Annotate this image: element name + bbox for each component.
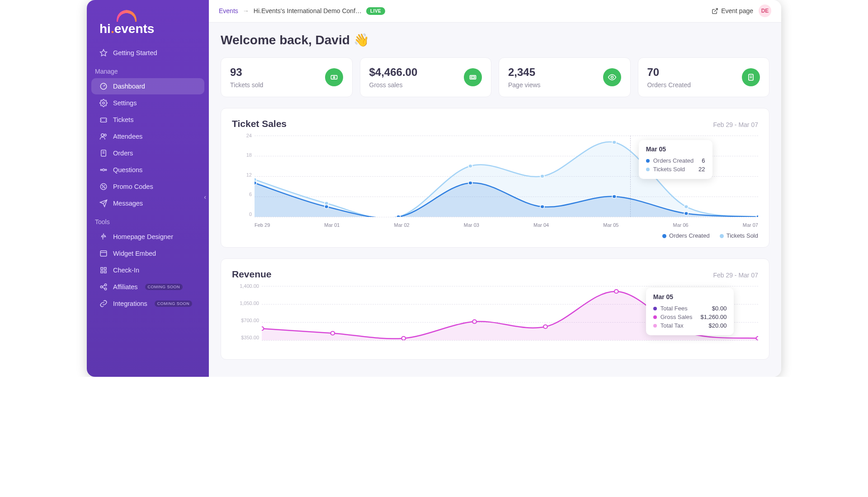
breadcrumb-root[interactable]: Events (219, 7, 238, 14)
chart-title: Ticket Sales (232, 118, 287, 129)
legend-item[interactable]: Orders Created (662, 232, 710, 239)
sidebar-item-widget-embed[interactable]: Widget Embed (91, 245, 204, 262)
paint-icon (99, 233, 108, 241)
sidebar-item-label: Questions (113, 166, 142, 173)
svg-point-28 (333, 76, 335, 78)
chart-title: Revenue (232, 269, 272, 280)
link-icon (99, 300, 108, 308)
sidebar-item-promo-codes[interactable]: Promo Codes (91, 178, 204, 195)
svg-point-40 (612, 141, 616, 144)
svg-line-26 (714, 9, 717, 12)
svg-point-58 (756, 336, 758, 340)
sidebar-item-questions[interactable]: Questions (91, 162, 204, 178)
stat-label: Tickets sold (230, 81, 263, 89)
sidebar-item-check-in[interactable]: Check-In (91, 262, 204, 278)
qr-icon (99, 266, 108, 274)
sidebar-item-label: Orders (113, 150, 133, 157)
users-icon (99, 132, 108, 141)
percent-icon (99, 183, 108, 191)
stat-value: $4,466.00 (369, 66, 418, 79)
sidebar-item-label: Homepage Designer (113, 233, 173, 240)
coming-soon-badge: COMING SOON (145, 284, 183, 290)
breadcrumb-sep-icon: → (243, 7, 249, 14)
event-page-label: Event page (721, 7, 753, 14)
legend-item[interactable]: Tickets Sold (720, 232, 758, 239)
chart-revenue: Revenue Feb 29 - Mar 07 1,400.001,050.00… (221, 258, 769, 360)
svg-point-41 (684, 205, 688, 208)
topbar: Events → Hi.Events's International Demo … (209, 0, 781, 23)
sidebar-item-attendees[interactable]: Attendees (91, 128, 204, 145)
chart-legend: Orders Created Tickets Sold (232, 232, 758, 239)
svg-point-51 (262, 327, 264, 330)
coming-soon-badge: COMING SOON (155, 300, 193, 307)
svg-point-8 (103, 169, 105, 171)
chart-ticket-sales: Ticket Sales Feb 29 - Mar 07 24181260 Fe… (221, 108, 769, 248)
svg-point-10 (105, 169, 107, 171)
svg-point-2 (103, 102, 105, 104)
tooltip-title: Mar 05 (653, 293, 727, 300)
sidebar-item-settings[interactable]: Settings (91, 95, 204, 111)
svg-point-49 (684, 211, 688, 215)
logo[interactable]: hi.events (87, 10, 209, 44)
sidebar-item-label: Attendees (113, 133, 142, 140)
tooltip-title: Mar 05 (646, 145, 705, 153)
svg-point-43 (255, 181, 256, 185)
svg-point-23 (104, 288, 107, 290)
stat-label: Orders Created (647, 81, 691, 89)
stat-value: 93 (230, 66, 263, 79)
sidebar-item-label: Getting Started (113, 49, 157, 56)
stat-value: 70 (647, 66, 691, 79)
stat-label: Gross sales (369, 81, 418, 89)
svg-point-38 (468, 164, 472, 168)
svg-point-3 (101, 134, 104, 136)
svg-point-53 (401, 336, 406, 340)
svg-line-25 (103, 287, 105, 289)
sidebar-item-homepage-designer[interactable]: Homepage Designer (91, 229, 204, 245)
chart-range: Feb 29 - Mar 07 (713, 121, 758, 128)
svg-point-48 (612, 195, 616, 198)
svg-line-24 (103, 285, 105, 286)
ticket-icon (325, 68, 343, 86)
receipt-icon (99, 149, 108, 157)
eye-icon (603, 68, 621, 86)
svg-rect-27 (331, 75, 337, 79)
sidebar-item-getting-started[interactable]: Getting Started (91, 45, 204, 61)
sidebar-item-dashboard[interactable]: Dashboard (91, 78, 204, 94)
sidebar-item-label: Widget Embed (113, 250, 156, 257)
collapse-sidebar-icon[interactable]: ‹ (204, 193, 206, 201)
external-link-icon (712, 8, 718, 14)
sidebar: hi.events Getting Started Manage Dashboa… (87, 0, 209, 377)
stat-card-page-views: 2,345 Page views (499, 57, 631, 97)
share-icon (99, 283, 108, 291)
stat-value: 2,345 (508, 66, 541, 79)
question-icon (99, 166, 108, 174)
svg-point-55 (543, 325, 547, 328)
svg-point-4 (104, 134, 107, 136)
ticket-icon (99, 116, 108, 124)
send-icon (99, 199, 108, 207)
status-badge: LIVE (366, 7, 385, 15)
sidebar-item-orders[interactable]: Orders (91, 145, 204, 161)
svg-point-47 (540, 205, 544, 208)
svg-point-31 (611, 76, 613, 78)
gear-icon (99, 99, 108, 107)
sidebar-item-label: Integrations (113, 300, 147, 307)
svg-point-14 (104, 188, 105, 188)
svg-point-52 (330, 331, 335, 335)
page-title: Welcome back, David 👋 (221, 33, 769, 47)
svg-marker-0 (100, 50, 107, 56)
svg-point-22 (104, 284, 107, 286)
sidebar-item-label: Check-In (113, 267, 139, 274)
gauge-icon (99, 82, 108, 90)
breadcrumb-current[interactable]: Hi.Events's International Demo Conf… (254, 7, 362, 14)
sidebar-item-affiliates[interactable]: Affiliates COMING SOON (91, 279, 204, 295)
stat-row: 93 Tickets sold $4,466.00 Gross sales 2,… (221, 57, 769, 97)
svg-point-21 (100, 286, 103, 288)
event-page-link[interactable]: Event page (712, 7, 753, 14)
avatar[interactable]: DE (759, 5, 771, 17)
sidebar-item-integrations[interactable]: Integrations COMING SOON (91, 295, 204, 312)
stat-label: Page views (508, 81, 541, 89)
sidebar-item-tickets[interactable]: Tickets (91, 112, 204, 128)
cash-icon (464, 68, 482, 86)
sidebar-item-messages[interactable]: Messages (91, 195, 204, 211)
